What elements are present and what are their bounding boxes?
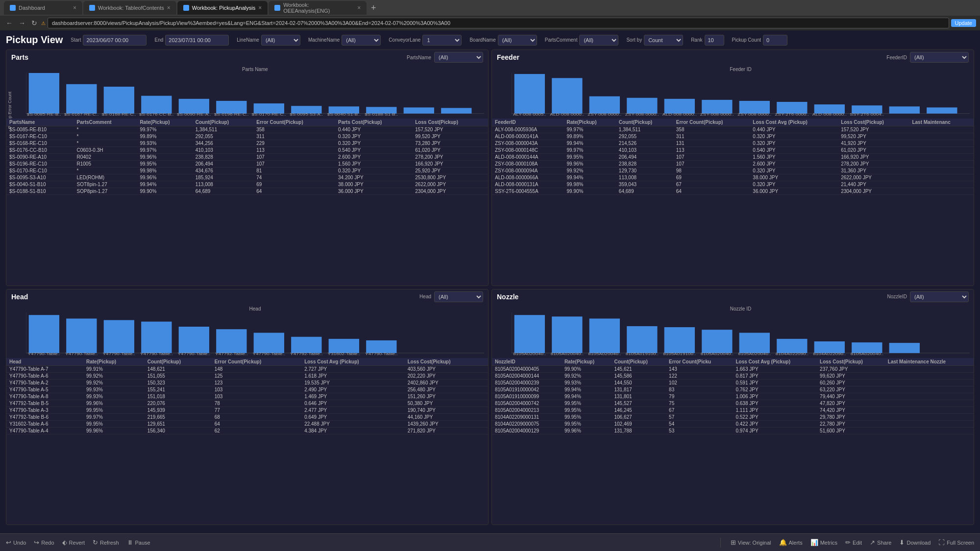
feeder-th-count[interactable]: Count(Pickup) [616, 119, 673, 126]
revert-item[interactable]: ⬖ Revert [62, 539, 85, 546]
refresh-nav-button[interactable]: ↻ [29, 18, 39, 28]
nozzle-th-errorcount[interactable]: Error Count(Picku [666, 358, 733, 366]
head-th-losscostave[interactable]: Loss Cost Avg (Pickup) [301, 358, 405, 366]
update-button[interactable]: Update [951, 19, 976, 27]
table-row[interactable]: $S-0085-RE-B10*99.97%1,384,5113580.440 J… [6, 126, 488, 133]
table-row[interactable]: $S-0167-RE-C10*99.89%292,0553110.320 JPY… [6, 133, 488, 140]
feeder-th-rate[interactable]: Rate(Pickup) [564, 119, 615, 126]
parts-th-rate[interactable]: Rate(Pickup) [137, 119, 192, 126]
table-row[interactable]: 8105A0200400012999.96%131,788530.974 JPY… [492, 427, 974, 434]
nozzle-th-lastmaint[interactable]: Last Maintenance Nozzle [885, 358, 974, 366]
parts-th-losscost[interactable]: Loss Cost(Pickup) [412, 119, 488, 126]
parts-th-count[interactable]: Count(Pickup) [193, 119, 254, 126]
nozzle-filter-select[interactable]: (All) [910, 291, 969, 302]
table-row[interactable]: $S-0040-S1-B10SOT8pin-1.2799.94%113,0086… [6, 181, 488, 188]
head-th-losscost[interactable]: Loss Cost(Pickup) [405, 358, 488, 366]
table-row[interactable]: Y47792-Table B-699.97%219,665680.649 JPY… [6, 413, 488, 420]
table-row[interactable]: 8105A0200400014499.92%145,5861220.817 JP… [492, 372, 974, 379]
nozzle-th-losscostave[interactable]: Loss Cost Avg (Pickup) [733, 358, 817, 366]
table-row[interactable]: 8105A0200400023999.93%144,5501020.591 JP… [492, 379, 974, 386]
table-row[interactable]: Y47790-Table A-399.95%145,939772.477 JPY… [6, 407, 488, 413]
feeder-table[interactable]: FeederID Rate(Pickup) Count(Pickup) Erro… [492, 119, 974, 286]
table-row[interactable]: ZSY-008-0000094A99.92%129,730980.320 JPY… [492, 168, 974, 174]
table-row[interactable]: 8105A0191000009999.94%131,801791.006 JPY… [492, 393, 974, 400]
table-row[interactable]: ZSY-008-0000148C99.97%410,1031130.540 JP… [492, 147, 974, 154]
tab-dashboard[interactable]: Dashboard × [4, 1, 82, 15]
undo-item[interactable]: ↩ Undo [6, 539, 26, 546]
table-row[interactable]: $S-0168-RE-C10*99.93%344,2562290.320 JPY… [6, 140, 488, 147]
nozzle-th-losscost[interactable]: Loss Cost(Pickup) [817, 358, 885, 366]
refresh-item[interactable]: ↻ Refresh [93, 539, 119, 546]
tab-close-pickup[interactable]: × [258, 4, 262, 11]
parts-th-partsname[interactable]: PartsName [6, 119, 74, 126]
table-row[interactable]: 8104A0220900007599.95%102,469540.422 JPY… [492, 420, 974, 427]
feeder-th-errorcount[interactable]: Error Count(Pickup) [673, 119, 750, 126]
head-filter-select[interactable]: (All) [434, 291, 483, 302]
back-button[interactable]: ← [4, 18, 15, 28]
boardname-select[interactable]: (All) [498, 35, 537, 46]
table-row[interactable]: $S-0090-RE-A10R040299.96%238,8281072.600… [6, 154, 488, 161]
table-row[interactable]: $S-0188-S1-B10SOP8pin-1.2799.90%64,68964… [6, 188, 488, 195]
feeder-th-lastmaint[interactable]: Last Maintenanc [909, 119, 974, 126]
table-row[interactable]: 8105A0200400021399.95%146,245671.111 JPY… [492, 407, 974, 413]
table-row[interactable]: $S-0095-S3-A10LED(ROHM)99.96%185,9247434… [6, 174, 488, 181]
table-row[interactable]: ALD-008-0000144A99.95%206,4941071.560 JP… [492, 154, 974, 161]
table-row[interactable]: Y47790-Table A-299.92%150,32312319.535 J… [6, 379, 488, 386]
pickupcount-input[interactable] [763, 35, 787, 46]
tab-oeeanalysis[interactable]: Workbook: OEEAnalysis(ENG) × [269, 1, 367, 15]
table-row[interactable]: $S-0170-RE-C10*99.98%434,676810.320 JPY2… [6, 168, 488, 174]
forward-button[interactable]: → [17, 18, 27, 28]
table-row[interactable]: 8104A0220900013199.95%106,627570.522 JPY… [492, 413, 974, 420]
table-row[interactable]: Y47790-Table A-599.93%155,2411032.490 JP… [6, 386, 488, 393]
table-row[interactable]: ZSY-008-0000108A99.96%238,8281072.600 JP… [492, 161, 974, 168]
table-row[interactable]: Y47790-Table A-899.93%151,0181031.469 JP… [6, 393, 488, 400]
table-row[interactable]: ZSY-008-0000043A99.94%214,5261310.320 JP… [492, 140, 974, 147]
parts-th-errorcount[interactable]: Error Count(Pickup) [253, 119, 335, 126]
table-row[interactable]: Y31602-Table A-699.95%129,6516422.488 JP… [6, 420, 488, 427]
table-row[interactable]: 8105A0200400040599.90%145,6211431.663 JP… [492, 365, 974, 372]
table-row[interactable]: Y47790-Table A-699.92%151,0551251.618 JP… [6, 372, 488, 379]
tab-pickupanalysis[interactable]: Workbook: PickupAnalysis × [177, 1, 268, 15]
edit-item[interactable]: ✏ Edit [845, 539, 862, 546]
table-row[interactable]: Y47790-Table A-799.91%148,6211482.727 JP… [6, 365, 488, 372]
nozzle-table[interactable]: NozzleID Rate(Pickup) Count(Pickup) Erro… [492, 358, 974, 525]
head-th-head[interactable]: Head [6, 358, 83, 366]
parts-th-partscomment[interactable]: PartsComment [74, 119, 137, 126]
metrics-item[interactable]: 📊 Metrics [810, 539, 837, 546]
table-row[interactable]: SSY-2T6-0004555A99.90%64,6896436.000 JPY… [492, 188, 974, 195]
alerts-item[interactable]: 🔔 Alerts [779, 539, 803, 546]
pause-item[interactable]: ⏸ Pause [127, 539, 150, 546]
table-row[interactable]: ALY-008-0005936A99.97%1,384,5113580.440 … [492, 126, 974, 133]
conveyorlane-select[interactable]: 1 [422, 35, 462, 46]
table-row[interactable]: ALD-008-0000131A99.98%359,043670.320 JPY… [492, 181, 974, 188]
table-row[interactable]: $S-0196-RE-C10R100599.95%206,4941071.560… [6, 161, 488, 168]
table-row[interactable]: 8105A0191000004299.94%131,817830.762 JPY… [492, 386, 974, 393]
table-row[interactable]: 8105A0200400074299.95%145,527750.638 JPY… [492, 400, 974, 407]
address-bar[interactable] [48, 18, 949, 28]
parts-table[interactable]: PartsName PartsComment Rate(Pickup) Coun… [6, 119, 488, 286]
nozzle-th-count[interactable]: Count(Pickup) [611, 358, 666, 366]
download-item[interactable]: ⬇ Download [899, 539, 931, 546]
head-th-count[interactable]: Count(Pickup) [145, 358, 212, 366]
head-table[interactable]: Head Rate(Pickup) Count(Pickup) Error Co… [6, 358, 488, 525]
feeder-th-losscostave[interactable]: Loss Cost Avg (Pickup) [750, 119, 838, 126]
linename-select[interactable]: (All) [261, 35, 300, 46]
feeder-filter-select[interactable]: (All) [910, 52, 969, 63]
feeder-th-losscost[interactable]: Loss Cost(Pickup) [838, 119, 909, 126]
view-original-item[interactable]: ⊞ View: Original [731, 539, 771, 546]
rank-input[interactable] [705, 35, 724, 46]
head-th-rate[interactable]: Rate(Pickup) [83, 358, 145, 366]
redo-item[interactable]: ↪ Redo [34, 539, 54, 546]
nozzle-th-id[interactable]: NozzleID [492, 358, 562, 366]
share-item[interactable]: ↗ Share [870, 539, 891, 546]
table-row[interactable]: ALD-008-0000141A99.89%292,0553110.320 JP… [492, 133, 974, 140]
machinename-select[interactable]: (All) [342, 35, 381, 46]
start-input[interactable] [83, 35, 147, 46]
feeder-th-id[interactable]: FeederID [492, 119, 564, 126]
parts-th-partscost[interactable]: Parts Cost(Pickup) [335, 119, 412, 126]
head-th-errorcount[interactable]: Error Count(Pickup) [212, 358, 301, 366]
partscomment-select[interactable]: (All) [579, 35, 618, 46]
tab-close-oee[interactable]: × [357, 4, 361, 11]
sortby-select[interactable]: Count [644, 35, 683, 46]
table-row[interactable]: Y47790-Table A-499.96%156,340624.384 JPY… [6, 427, 488, 434]
